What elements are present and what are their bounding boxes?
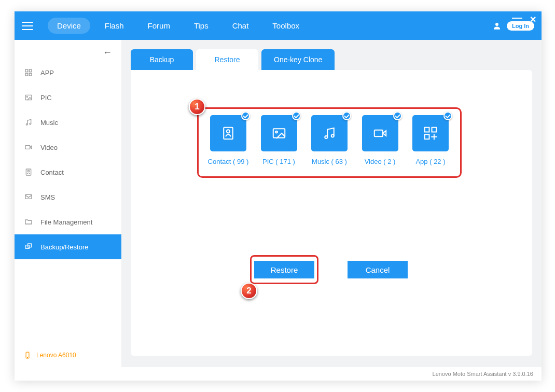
restore-item-label: Contact ( 99 ) [208,158,249,165]
sidebar-item-label: PIC [40,94,52,102]
tabs-row: Backup Restore One-key Clone [131,49,532,70]
svg-rect-1 [25,69,28,72]
restore-item-label: App ( 22 ) [415,158,445,165]
restore-panel: 1 Contact ( 99 ) PIC [131,70,532,356]
app-window: Device Flash Forum Tips Chat Toolbox Log… [15,11,542,381]
check-icon [443,111,452,120]
restore-button-highlight: Restore [250,255,318,284]
svg-rect-2 [29,69,32,72]
cancel-button[interactable]: Cancel [348,261,408,278]
check-icon [393,111,402,120]
music-icon [24,118,33,127]
restore-button[interactable]: Restore [254,261,314,278]
sidebar-item-label: APP [40,69,54,77]
body: ← APP PIC Music [15,40,542,367]
annotation-badge-2: 2 [241,283,257,299]
music-tile [311,115,348,151]
sidebar-item-label: Video [40,144,58,151]
pic-tile [261,115,297,151]
svg-rect-3 [25,73,28,76]
svg-point-8 [30,123,31,124]
nav-forum[interactable]: Forum [138,18,179,34]
nav-tips[interactable]: Tips [185,18,218,34]
svg-point-22 [331,135,334,137]
restore-item-contact[interactable]: Contact ( 99 ) [206,115,251,173]
sidebar-item-label: Contact [40,169,64,176]
check-icon [342,111,351,120]
sidebar-item-contact[interactable]: Contact [15,160,121,185]
close-button[interactable]: ✕ [530,15,536,24]
restore-items-group: Contact ( 99 ) PIC ( 171 ) [197,107,462,178]
content-area: Backup Restore One-key Clone 1 Contact (… [121,40,542,367]
svg-point-7 [26,124,27,125]
menu-icon[interactable] [22,22,33,30]
device-name: Lenovo A6010 [36,352,76,359]
svg-rect-24 [425,128,429,132]
footer-bar: Lenovo Moto Smart Assistant v 3.9.0.16 [15,367,542,381]
user-icon [492,21,502,31]
sidebar-item-label: Music [40,119,58,127]
svg-point-21 [325,136,327,138]
svg-point-11 [27,170,29,172]
svg-point-16 [27,357,27,358]
video-icon [24,143,33,152]
sidebar-item-app[interactable]: APP [15,60,121,85]
minimize-button[interactable]: ― [512,15,522,24]
check-icon [292,111,301,120]
sidebar-item-music[interactable]: Music [15,110,121,135]
svg-rect-23 [374,130,382,137]
svg-rect-4 [29,73,32,76]
svg-point-6 [26,96,27,97]
svg-point-0 [495,23,498,26]
nav-items: Device Flash Forum Tips Chat Toolbox [48,18,309,34]
grid-icon [24,68,33,77]
top-nav-bar: Device Flash Forum Tips Chat Toolbox Log… [15,11,542,40]
restore-item-label: Video ( 2 ) [365,158,396,165]
svg-rect-9 [25,146,30,149]
svg-rect-12 [25,194,32,199]
restore-item-label: PIC ( 171 ) [262,158,295,165]
phone-icon [24,352,31,359]
sidebar-item-label: SMS [40,193,55,201]
sidebar-item-label: Backup/Restore [40,243,89,251]
restore-item-label: Music ( 63 ) [312,158,347,165]
contact-tile [210,115,246,151]
back-arrow-icon[interactable]: ← [103,47,112,58]
nav-flash[interactable]: Flash [95,18,133,34]
sidebar-item-label: File Management [40,218,92,226]
restore-item-video[interactable]: Video ( 2 ) [358,115,403,173]
sidebar-item-pic[interactable]: PIC [15,85,121,110]
restore-item-music[interactable]: Music ( 63 ) [307,115,352,173]
backup-icon [24,242,33,251]
sidebar-item-video[interactable]: Video [15,135,121,160]
connected-device[interactable]: Lenovo A6010 [24,352,76,359]
svg-rect-25 [432,128,437,132]
tab-restore[interactable]: Restore [196,49,258,70]
restore-item-app[interactable]: App ( 22 ) [408,115,453,173]
svg-point-20 [275,131,278,133]
version-label: Lenovo Moto Smart Assistant v 3.9.0.16 [433,371,533,377]
svg-point-18 [227,130,230,133]
sidebar-item-sms[interactable]: SMS [15,185,121,209]
nav-device[interactable]: Device [48,18,90,34]
nav-toolbox[interactable]: Toolbox [263,18,309,34]
window-controls: ― ✕ [512,15,536,24]
sidebar-item-file-management[interactable]: File Management [15,209,121,234]
sidebar-item-backup-restore[interactable]: Backup/Restore [15,234,121,259]
restore-item-pic[interactable]: PIC ( 171 ) [257,115,301,173]
sms-icon [24,192,33,202]
folder-icon [24,217,33,227]
annotation-badge-1: 1 [189,99,205,115]
sidebar: ← APP PIC Music [15,40,121,367]
svg-rect-26 [425,135,429,139]
image-icon [24,93,33,102]
nav-chat[interactable]: Chat [223,18,258,34]
check-icon [241,111,250,120]
contact-icon [24,167,33,177]
tab-backup[interactable]: Backup [131,49,193,70]
video-tile [362,115,398,151]
app-tile [412,115,449,151]
tab-one-key-clone[interactable]: One-key Clone [261,49,335,70]
